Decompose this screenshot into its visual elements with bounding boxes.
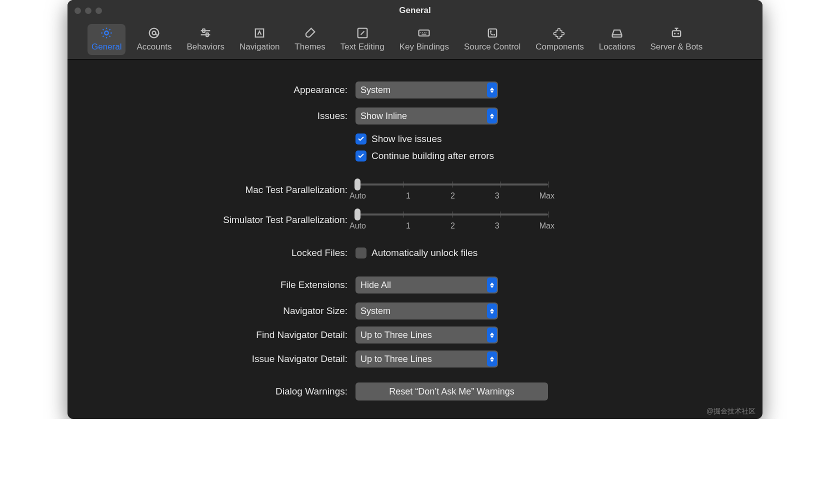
show-live-issues-checkbox[interactable] [356,134,366,144]
find-nav-value: Up to Three Lines [360,330,432,340]
locked-files-label: Locked Files: [88,248,348,258]
edit-icon [354,26,370,40]
tab-label: Behaviors [186,42,224,52]
appearance-label: Appearance: [88,84,348,96]
slider-tick-labels: Auto 1 2 3 Max [350,192,554,200]
tab-label: Source Control [464,42,520,52]
find-nav-label: Find Navigator Detail: [88,330,348,340]
titlebar: General [68,0,762,21]
reset-warnings-label: Reset “Don’t Ask Me” Warnings [389,386,514,397]
issues-label: Issues: [88,110,348,122]
appearance-select[interactable]: System [356,82,498,98]
tab-accounts[interactable]: Accounts [132,24,176,55]
window-title: General [68,6,762,16]
tab-label: Locations [599,42,636,52]
tab-label: Navigation [240,42,280,52]
svg-rect-8 [419,30,430,36]
minimize-button[interactable] [85,8,92,14]
tick-1: 1 [406,192,410,200]
show-live-issues-label: Show live issues [372,134,442,144]
tab-components[interactable]: Components [532,24,588,55]
tick-2: 2 [450,222,455,230]
tab-source-control[interactable]: Source Control [460,24,524,55]
tab-text-editing[interactable]: Text Editing [336,24,388,55]
svg-point-15 [678,33,679,34]
at-icon [146,26,162,40]
select-stepper-icon [487,108,497,124]
issue-nav-value: Up to Three Lines [360,354,432,364]
tab-locations[interactable]: Locations [595,24,640,55]
tab-label: General [92,42,122,52]
appearance-value: System [360,85,390,96]
gear-icon [98,26,114,40]
tab-label: Components [536,42,584,52]
sim-test-label: Simulator Test Parallelization: [88,214,348,226]
file-extensions-select[interactable]: Hide All [356,276,498,294]
issue-nav-select[interactable]: Up to Three Lines [356,350,498,368]
tick-3: 3 [495,192,500,200]
toolbar: General Accounts Behaviors Navigation Th… [68,21,762,60]
tick-2: 2 [450,192,455,200]
reset-warnings-button[interactable]: Reset “Don’t Ask Me” Warnings [356,382,548,400]
tab-navigation[interactable]: Navigation [236,24,284,55]
mac-test-label: Mac Test Parallelization: [88,184,348,196]
slider-knob[interactable] [354,178,360,190]
svg-rect-13 [672,30,680,36]
tab-behaviors[interactable]: Behaviors [182,24,228,55]
close-button[interactable] [74,8,81,14]
select-stepper-icon [487,278,497,292]
sim-test-slider[interactable] [356,210,548,220]
tick-1: 1 [406,222,410,230]
continue-building-label: Continue building after errors [372,150,494,162]
brush-icon [302,26,318,40]
issues-select[interactable]: Show Inline [356,108,498,124]
tab-general[interactable]: General [88,24,126,55]
drive-icon [609,26,625,40]
find-nav-select[interactable]: Up to Three Lines [356,326,498,344]
issue-nav-label: Issue Navigator Detail: [88,354,348,364]
sliders-icon [198,26,214,40]
file-extensions-value: Hide All [360,280,391,290]
auto-unlock-label: Automatically unlock files [372,248,478,258]
tab-key-bindings[interactable]: Key Bindings [396,24,453,55]
navigator-size-label: Navigator Size: [88,306,348,316]
svg-point-11 [493,34,495,36]
navigator-size-value: System [360,306,390,316]
tab-label: Text Editing [340,42,384,52]
tab-themes[interactable]: Themes [290,24,329,55]
tab-server-bots[interactable]: Server & Bots [646,24,706,55]
content: Appearance: System Issues: Show Inline [68,60,762,419]
nav-icon [252,26,268,40]
keyboard-icon [416,26,432,40]
tick-max: Max [540,222,554,230]
auto-unlock-checkbox[interactable] [356,248,366,258]
tick-auto: Auto [350,222,366,230]
slider-tick-labels: Auto 1 2 3 Max [350,222,554,230]
navigator-size-select[interactable]: System [356,302,498,320]
select-stepper-icon [487,304,497,318]
svg-point-14 [674,33,676,34]
zoom-button[interactable] [96,8,102,14]
svg-point-1 [150,28,159,38]
dialog-warnings-label: Dialog Warnings: [88,386,348,397]
bot-icon [668,26,684,40]
source-control-icon [484,26,500,40]
watermark: @掘金技术社区 [706,407,756,416]
select-stepper-icon [487,328,497,342]
tick-auto: Auto [350,192,366,200]
traffic-lights [74,8,102,14]
tab-label: Server & Bots [650,42,702,52]
issues-value: Show Inline [360,111,407,122]
tab-label: Themes [294,42,325,52]
select-stepper-icon [487,82,497,98]
select-stepper-icon [487,352,497,366]
mac-test-slider[interactable] [356,180,548,190]
preferences-window: General General Accounts Behaviors Navig… [68,0,762,419]
slider-knob[interactable] [354,208,360,220]
tick-3: 3 [495,222,500,230]
tab-label: Accounts [136,42,172,52]
file-extensions-label: File Extensions: [88,280,348,290]
continue-building-checkbox[interactable] [356,150,366,162]
puzzle-icon [552,26,568,40]
tick-max: Max [540,192,554,200]
